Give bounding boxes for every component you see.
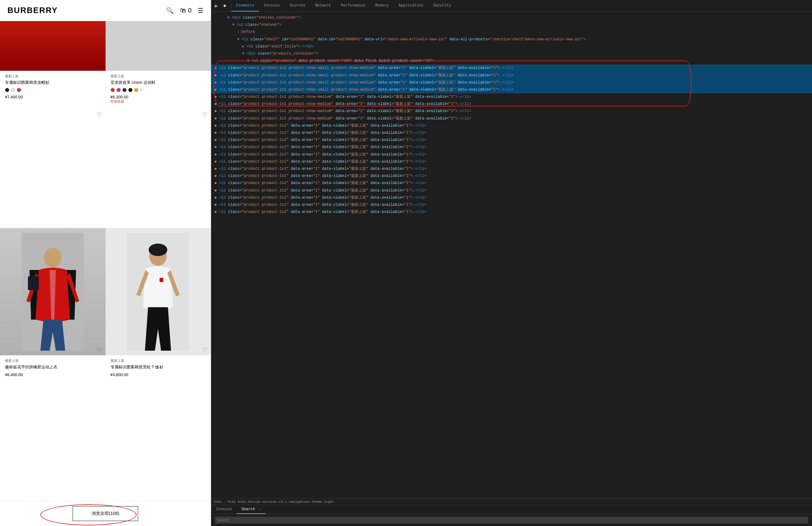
product-info-4: 最新上架 专属标识图案棉质宽松 T 恤衫 ¥4,800.00 bbox=[105, 355, 211, 380]
tree-line[interactable]: ▶ <li class="product product-1x1" data-a… bbox=[211, 208, 812, 216]
svg-point-1 bbox=[44, 248, 61, 267]
product-info-3: 最新上架 徽标嵌花平织拼橡胶运动上衣 ¥8,400.00 bbox=[0, 355, 105, 380]
tree-line[interactable]: ▶ <li class="product product-1x1" data-a… bbox=[211, 151, 812, 158]
tree-line[interactable]: ▶ <li class="product product-1x1 product… bbox=[211, 115, 812, 122]
svg-rect-6 bbox=[160, 278, 163, 282]
swatch-orange bbox=[134, 88, 139, 92]
search-bar bbox=[211, 514, 812, 526]
tree-line[interactable]: ▶ <li class="product product-1x1 product… bbox=[211, 101, 812, 108]
wishlist-btn-3[interactable]: ♡ bbox=[97, 347, 102, 353]
product-card-2[interactable]: 最新上架 尼龙拼皮革 Union 运动鞋 + ¥6,300.00 即将售罄 ♡ bbox=[105, 21, 211, 228]
tree-line[interactable]: ▼ <li class="shelf" id="cat5800041" data… bbox=[211, 36, 812, 43]
devtools-bottom: Console Search ✕ bbox=[211, 505, 812, 526]
burberry-website: BURBERRY 🔍 🛍 0 ☰ 最新上架 专属标识图案棉质连帽衫 ¥7,400… bbox=[0, 0, 211, 526]
wishlist-btn-1[interactable]: ♡ bbox=[97, 111, 102, 118]
tree-line[interactable]: ▼ <div class="shelves_container"> bbox=[211, 14, 812, 21]
tab-memory[interactable]: Memory bbox=[370, 0, 394, 12]
html-tree: ▼ <div class="shelves_container"> ▼ <ul … bbox=[211, 12, 812, 498]
tree-line[interactable]: ▶ <li class="product product-1x1" data-a… bbox=[211, 201, 812, 208]
tab-security[interactable]: Security bbox=[429, 0, 456, 12]
tab-console[interactable]: Console bbox=[259, 0, 285, 12]
menu-icon[interactable]: ☰ bbox=[198, 7, 203, 14]
tree-line[interactable]: ▶ <li class="product product-1x1" data-a… bbox=[211, 129, 812, 136]
browse-all-button[interactable]: 浏览全部(108) bbox=[73, 506, 138, 521]
tree-line[interactable]: ▼ <div class="products_container"> bbox=[211, 50, 812, 57]
tree-line-highlighted-3[interactable]: ▶ <li class="product product-1x1 product… bbox=[211, 79, 812, 86]
swatch-red2 bbox=[111, 88, 115, 92]
product-tag-3: 最新上架 bbox=[5, 359, 101, 363]
bottom-bar: 浏览全部(108) bbox=[0, 501, 211, 526]
swatch-pink bbox=[116, 88, 121, 92]
tree-line[interactable]: ▶ <li class="product product-1x1" data-a… bbox=[211, 194, 812, 201]
product-name-2: 尼龙拼皮革 Union 运动鞋 bbox=[111, 80, 206, 85]
tree-line[interactable]: ▶ <li class="product product-1x1 product… bbox=[211, 108, 812, 115]
swatch-red bbox=[17, 88, 21, 92]
header-icons: 🔍 🛍 0 ☰ bbox=[166, 7, 203, 14]
product-tag-4: 最新上架 bbox=[111, 359, 206, 363]
bag-icon[interactable]: 🛍 0 bbox=[180, 7, 191, 14]
site-header: BURBERRY 🔍 🛍 0 ☰ bbox=[0, 0, 211, 21]
devtools: ▶ ◽ Elements Console Sources Network Per… bbox=[211, 0, 812, 526]
product-price-note-2: 即将售罄 bbox=[111, 99, 206, 104]
tree-line-highlighted-4[interactable]: ▶ <li class="product product-1x1 product… bbox=[211, 86, 812, 93]
product-info-1: 最新上架 专属标识图案棉质连帽衫 ¥7,400.00 bbox=[0, 71, 105, 102]
search-input[interactable] bbox=[215, 517, 808, 524]
color-swatches-1 bbox=[5, 88, 101, 92]
burberry-logo: BURBERRY bbox=[8, 5, 58, 15]
product-name-1: 专属标识图案棉质连帽衫 bbox=[5, 80, 101, 85]
product-name-3: 徽标嵌花平织拼橡胶运动上衣 bbox=[5, 364, 101, 370]
product-price-4: ¥4,800.00 bbox=[111, 372, 206, 377]
devtools-icons: ▶ ◽ bbox=[211, 2, 231, 9]
tree-line[interactable]: ▶ <li class="product product-1x1" data-a… bbox=[211, 180, 812, 187]
close-search-tab[interactable]: ✕ bbox=[259, 508, 261, 511]
mobile-icon[interactable]: ◽ bbox=[221, 2, 229, 9]
swatch-grey bbox=[11, 88, 15, 92]
tree-line[interactable]: ▶ <li class="product product-1x1" data-a… bbox=[211, 165, 812, 173]
tab-network[interactable]: Network bbox=[310, 0, 335, 12]
bottom-tab-console[interactable]: Console bbox=[211, 505, 236, 514]
tree-line[interactable]: ▶ <li class="product product-1x1 product… bbox=[211, 93, 812, 101]
wishlist-btn-4[interactable]: ♡ bbox=[202, 347, 207, 353]
tree-line[interactable]: ▶ <li class="product product-1x1" data-a… bbox=[211, 187, 812, 194]
devtools-tabs: ▶ ◽ Elements Console Sources Network Per… bbox=[211, 0, 812, 12]
tab-application[interactable]: Application bbox=[394, 0, 428, 12]
product-card-3[interactable]: 最新上架 徽标嵌花平织拼橡胶运动上衣 ¥8,400.00 ♡ bbox=[0, 228, 105, 501]
tab-performance[interactable]: Performance bbox=[336, 0, 370, 12]
product-price-3: ¥8,400.00 bbox=[5, 372, 101, 377]
product-card-1[interactable]: 最新上架 专属标识图案棉质连帽衫 ¥7,400.00 ♡ bbox=[0, 21, 105, 228]
tree-line[interactable]: ▼ <ul class="shelves"> bbox=[211, 21, 812, 29]
tree-line-highlighted-2[interactable]: ▶ <li class="product product-1x1 product… bbox=[211, 72, 812, 79]
tree-line-highlighted-1[interactable]: ▶ <li class="product product-1x1 product… bbox=[211, 64, 812, 72]
swatch-plus: + bbox=[140, 88, 142, 92]
tree-line[interactable]: ▶ <li class="product product-1x1" data-a… bbox=[211, 122, 812, 129]
tree-line[interactable]: ▼ <ul class="products" data-product-coun… bbox=[211, 57, 812, 64]
tab-elements[interactable]: Elements bbox=[231, 0, 259, 12]
product-image-4 bbox=[105, 228, 211, 355]
tree-line[interactable]: ::before bbox=[211, 29, 812, 36]
tree-line[interactable]: ▶ <li class="product product-1x1" data-a… bbox=[211, 158, 812, 165]
bottom-tab-search[interactable]: Search ✕ bbox=[236, 505, 266, 514]
breadcrumb-html[interactable]: html bbox=[214, 500, 222, 503]
search-icon[interactable]: 🔍 bbox=[166, 7, 174, 14]
svg-point-5 bbox=[149, 244, 167, 256]
cursor-icon[interactable]: ▶ bbox=[214, 2, 219, 9]
swatch-black2 bbox=[128, 88, 132, 92]
svg-rect-2 bbox=[28, 276, 39, 290]
breadcrumb-body[interactable]: html body.design-version-v3-1.navigation… bbox=[228, 500, 334, 503]
person-silhouette-4 bbox=[127, 233, 189, 351]
tree-line[interactable]: ▶ <h2 class="shelf_title">…</h2> bbox=[211, 43, 812, 50]
tree-line[interactable]: ▶ <li class="product product-1x1" data-a… bbox=[211, 144, 812, 151]
product-info-2: 最新上架 尼龙拼皮革 Union 运动鞋 + ¥6,300.00 即将售罄 bbox=[105, 71, 211, 106]
bottom-tab-bar: Console Search ✕ bbox=[211, 505, 812, 514]
tab-sources[interactable]: Sources bbox=[285, 0, 310, 12]
product-card-4[interactable]: 最新上架 专属标识图案棉质宽松 T 恤衫 ¥4,800.00 ♡ bbox=[105, 228, 211, 501]
breadcrumb-bar: html › html body.design-version-v3-1.nav… bbox=[211, 498, 812, 505]
product-price-1: ¥7,400.00 bbox=[5, 94, 101, 99]
person-silhouette-3 bbox=[22, 233, 84, 351]
product-image-2 bbox=[105, 21, 211, 71]
cart-count: 0 bbox=[188, 7, 191, 14]
tree-line[interactable]: ▶ <li class="product product-1x1" data-a… bbox=[211, 136, 812, 144]
wishlist-btn-2[interactable]: ♡ bbox=[202, 111, 207, 118]
tree-line[interactable]: ▶ <li class="product product-1x1" data-a… bbox=[211, 173, 812, 180]
swatch-black bbox=[5, 88, 9, 92]
